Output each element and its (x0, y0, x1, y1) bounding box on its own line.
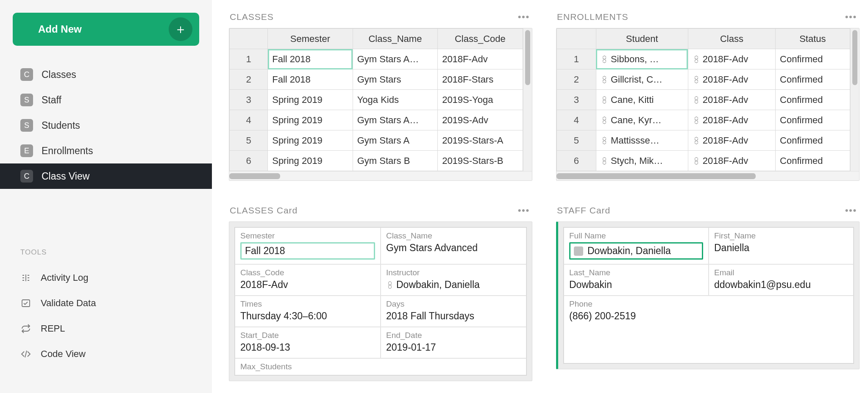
cell-class-code[interactable]: 2018F-Adv (438, 49, 523, 69)
col-header-rownum[interactable] (557, 29, 596, 49)
field-semester[interactable]: Semester Fall 2018 (235, 227, 381, 264)
field-max-students[interactable]: Max_Students (235, 358, 526, 375)
sidebar-item-label: Students (42, 120, 80, 131)
main-content: CLASSES ••• Semester Class_Name Class_Co… (212, 0, 868, 393)
staff-card: Full Name Dowbakin, Daniella First_Name … (556, 221, 860, 369)
horizontal-scrollbar[interactable] (229, 171, 532, 180)
col-header-status[interactable]: Status (776, 29, 850, 49)
classes-table[interactable]: Semester Class_Name Class_Code 1 Fall 20… (229, 28, 523, 171)
staff-card-panel: STAFF Card ••• Full Name Dowbakin, Danie… (556, 205, 860, 393)
field-last-name[interactable]: Last_Name Dowbakin (564, 264, 709, 296)
table-row[interactable]: 4 Spring 2019 Gym Stars A… 2019S-Adv (230, 110, 523, 130)
table-row[interactable]: 2 Gillcrist, C… 2018F-Adv Confirmed (557, 69, 850, 90)
table-row[interactable]: 4 Cane, Kyr… 2018F-Adv Confirmed (557, 110, 850, 130)
tool-repl[interactable]: REPL (0, 316, 212, 341)
vertical-scrollbar[interactable] (523, 28, 532, 171)
sidebar-item-label: Class View (42, 171, 89, 182)
classes-card-panel: CLASSES Card ••• Semester Fall 2018 Clas… (229, 205, 532, 393)
field-instructor[interactable]: Instructor Dowbakin, Daniella (381, 264, 526, 296)
field-start-date[interactable]: Start_Date 2018-09-13 (235, 327, 381, 358)
enrollments-panel: ENROLLMENTS ••• Student Class Status 1 (556, 12, 860, 193)
more-icon[interactable]: ••• (845, 12, 857, 22)
cell-semester[interactable]: Fall 2018 (268, 49, 353, 69)
field-full-name[interactable]: Full Name Dowbakin, Daniella (564, 227, 709, 264)
more-icon[interactable]: ••• (518, 205, 530, 216)
panel-title: CLASSES (230, 12, 274, 22)
tool-label: Activity Log (41, 272, 89, 283)
tool-activity-log[interactable]: Activity Log (0, 265, 212, 291)
table-row[interactable]: 1 Sibbons, … 2018F-Adv Confirmed (557, 49, 850, 69)
badge-icon: S (20, 94, 33, 106)
tool-validate-data[interactable]: Validate Data (0, 291, 212, 316)
col-header-rownum[interactable] (230, 29, 268, 49)
sidebar-item-students[interactable]: S Students (0, 113, 212, 138)
sidebar-item-enrollments[interactable]: E Enrollments (0, 138, 212, 163)
enrollments-grid: Student Class Status 1 Sibbons, … 2018F-… (556, 28, 860, 181)
activity-log-icon (20, 272, 31, 283)
tool-label: REPL (41, 323, 65, 334)
tool-code-view[interactable]: Code View (0, 341, 212, 367)
field-email[interactable]: Email ddowbakin1@psu.edu (709, 264, 854, 296)
classes-card: Semester Fall 2018 Class_Name Gym Stars … (229, 221, 532, 381)
field-times[interactable]: Times Thursday 4:30–6:00 (235, 296, 381, 327)
table-row[interactable]: 6 Stych, Mik… 2018F-Adv Confirmed (557, 151, 850, 171)
field-first-name[interactable]: First_Name Daniella (709, 227, 854, 264)
panel-title: CLASSES Card (230, 205, 298, 216)
tool-label: Code View (41, 349, 86, 360)
badge-icon: C (20, 170, 33, 183)
record-icon (574, 246, 583, 256)
field-class-name[interactable]: Class_Name Gym Stars Advanced (381, 227, 526, 264)
enrollments-table[interactable]: Student Class Status 1 Sibbons, … 2018F-… (556, 28, 850, 171)
sidebar-item-class-view[interactable]: C Class View (0, 163, 212, 189)
badge-icon: E (20, 144, 33, 157)
sidebar-item-classes[interactable]: C Classes (0, 62, 212, 87)
table-row[interactable]: 1 Fall 2018 Gym Stars A… 2018F-Adv (230, 49, 523, 69)
more-icon[interactable]: ••• (845, 205, 857, 216)
sidebar-item-label: Enrollments (42, 145, 93, 157)
classes-grid: Semester Class_Name Class_Code 1 Fall 20… (229, 28, 532, 181)
table-row[interactable]: 6 Spring 2019 Gym Stars B 2019S-Stars-B (230, 151, 523, 171)
classes-panel: CLASSES ••• Semester Class_Name Class_Co… (229, 12, 532, 193)
add-new-label: Add New (38, 23, 82, 35)
table-row[interactable]: 5 Spring 2019 Gym Stars A 2019S-Stars-A (230, 130, 523, 151)
panel-title: STAFF Card (557, 205, 610, 216)
cell-student[interactable]: Sibbons, … (596, 49, 688, 69)
sidebar-item-staff[interactable]: S Staff (0, 87, 212, 113)
table-row[interactable]: 3 Cane, Kitti 2018F-Adv Confirmed (557, 90, 850, 110)
col-header-semester[interactable]: Semester (268, 29, 353, 49)
badge-icon: C (20, 68, 33, 81)
sidebar-item-label: Staff (42, 94, 61, 106)
code-icon (20, 349, 31, 360)
table-row[interactable]: 3 Spring 2019 Yoga Kids 2019S-Yoga (230, 90, 523, 110)
sidebar: Add New ＋ C Classes S Staff S Students E… (0, 0, 212, 393)
cell-class[interactable]: 2018F-Adv (688, 49, 775, 69)
plus-icon: ＋ (169, 17, 192, 41)
field-phone[interactable]: Phone (866) 200-2519 (564, 296, 854, 363)
add-new-button[interactable]: Add New ＋ (13, 13, 199, 46)
vertical-scrollbar[interactable] (850, 28, 859, 171)
tool-label: Validate Data (41, 298, 96, 309)
table-row[interactable]: 5 Mattissse… 2018F-Adv Confirmed (557, 130, 850, 151)
col-header-class-code[interactable]: Class_Code (438, 29, 523, 49)
col-header-class-name[interactable]: Class_Name (353, 29, 437, 49)
field-class-code[interactable]: Class_Code 2018F-Adv (235, 264, 381, 296)
field-end-date[interactable]: End_Date 2019-01-17 (381, 327, 526, 358)
repl-icon (20, 323, 31, 334)
panel-title: ENROLLMENTS (557, 12, 629, 22)
more-icon[interactable]: ••• (518, 12, 530, 22)
col-header-class[interactable]: Class (688, 29, 775, 49)
nav-list: C Classes S Staff S Students E Enrollmen… (0, 58, 212, 189)
sidebar-item-label: Classes (42, 69, 76, 80)
validate-icon (20, 298, 31, 309)
field-days[interactable]: Days 2018 Fall Thursdays (381, 296, 526, 327)
col-header-student[interactable]: Student (596, 29, 688, 49)
link-icon: Dowbakin, Daniella (386, 279, 521, 291)
horizontal-scrollbar[interactable] (556, 171, 859, 180)
cell-status[interactable]: Confirmed (776, 49, 850, 69)
tools-heading: TOOLS (0, 248, 212, 257)
table-row[interactable]: 2 Fall 2018 Gym Stars 2018F-Stars (230, 69, 523, 90)
cell-class-name[interactable]: Gym Stars A… (353, 49, 437, 69)
badge-icon: S (20, 119, 33, 132)
